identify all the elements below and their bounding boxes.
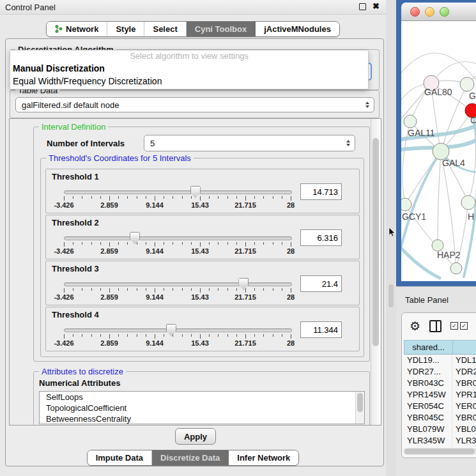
tab-network[interactable]: Network — [47, 22, 107, 36]
bottom-tab-discretize-data[interactable]: Discretize Data — [152, 450, 229, 465]
threshold-2-panel: Threshold 2-3.4262.8599.14415.4321.71528 — [45, 215, 360, 259]
table-cell[interactable]: YBR0 — [452, 412, 476, 424]
threshold-4-value-field[interactable] — [300, 321, 342, 338]
network-edge — [405, 204, 438, 245]
table-row[interactable]: YDR27...YDR2 — [404, 366, 476, 378]
table-row[interactable]: YBL079WYBL0 — [404, 424, 476, 435]
node-gcy1[interactable] — [401, 198, 411, 211]
column-header-2[interactable]: n — [453, 341, 476, 354]
algorithm-option-1[interactable]: Manual Discretization — [10, 62, 368, 75]
node-h-partial[interactable] — [461, 196, 475, 210]
table-cell[interactable]: YPR145W — [404, 389, 452, 401]
thresholds-group-title: Threshold's Coordinates for 5 Intervals — [46, 153, 194, 163]
table-row[interactable]: YBR045CYBR0 — [404, 412, 476, 424]
table-cell[interactable]: YDL19... — [404, 355, 452, 366]
attribute-item-2[interactable]: TopologicalCoefficient — [40, 403, 364, 413]
table-panel-title: Table Panel — [405, 295, 449, 305]
threshold-1-value-field[interactable] — [300, 183, 342, 200]
table-row[interactable]: YDL19...YDL1 — [404, 355, 476, 366]
node-ga-partial[interactable] — [460, 77, 474, 91]
table-cell[interactable]: YER0 — [452, 401, 476, 412]
threshold-1-slider-track[interactable] — [64, 190, 292, 194]
top-tab-bar: NetworkStyleSelectCyni ToolboxjActiveMNo… — [46, 21, 340, 37]
bottom-tab-infer-network[interactable]: Infer Network — [229, 450, 298, 465]
table-cell[interactable]: YBL0 — [452, 424, 476, 435]
threshold-2-value-field[interactable] — [300, 229, 342, 246]
tab-label: Network — [66, 24, 98, 34]
attribute-item-3[interactable]: BetweennessCentrality — [40, 413, 364, 424]
threshold-3-panel: Threshold 3-3.4262.8599.14415.4321.71528 — [45, 261, 360, 305]
table-cell[interactable]: YDR2 — [452, 366, 476, 378]
zoom-traffic-light[interactable] — [440, 7, 449, 17]
network-canvas[interactable]: GAL80GACGAL11GAL4GCY1HHAP2 — [401, 21, 476, 281]
node-label-gal4: GAL4 — [442, 158, 465, 168]
bottom-tab-bar: Impute DataDiscretize DataInfer Network — [87, 450, 300, 466]
table-row[interactable]: YPR145WYPR1 — [404, 389, 476, 401]
table-cell[interactable]: YBL079W — [404, 424, 452, 435]
network-icon — [55, 25, 63, 33]
threshold-3-slider-track[interactable] — [64, 282, 292, 286]
threshold-4-slider-track[interactable] — [64, 328, 292, 332]
close-traffic-light[interactable] — [410, 7, 420, 17]
threshold-4-panel: Threshold 4-3.4262.8599.14415.4321.71528 — [45, 307, 360, 351]
table-panel: Table Panel ⚙ ✓ ✓ shared...n YDL19...YDL… — [396, 286, 476, 476]
checkbox-icon[interactable]: ✓ — [460, 322, 468, 330]
apply-button[interactable]: Apply — [175, 428, 216, 445]
node-table-card: ⚙ ✓ ✓ shared...n YDL19...YDL1YDR27...YDR… — [401, 312, 476, 458]
network-window-titlebar — [401, 3, 476, 21]
tab-select[interactable]: Select — [144, 22, 186, 36]
tick-label: 15.43 — [191, 201, 209, 209]
table-data-combobox[interactable]: galFiltered.sif default node — [15, 97, 374, 112]
close-icon[interactable]: ✖ — [372, 3, 380, 10]
table-cell[interactable]: YBR045C — [404, 412, 452, 424]
num-intervals-combobox[interactable]: 5 — [144, 135, 355, 151]
algorithm-option-2[interactable]: Equal Width/Frequency Discretization — [10, 75, 368, 88]
columns-icon[interactable] — [429, 320, 441, 332]
node-bottom-partial[interactable] — [450, 263, 462, 274]
attribute-item-1[interactable]: SelfLoops — [40, 392, 364, 403]
threshold-3-value-field[interactable] — [300, 275, 342, 292]
scrollbar-thumb[interactable] — [372, 138, 379, 346]
float-window-icon[interactable] — [359, 3, 366, 10]
threshold-label: Threshold 4 — [52, 310, 99, 319]
threshold-2-slider-track[interactable] — [64, 236, 292, 240]
control-panel-titlebar: Control Panel ✖ — [0, 0, 386, 15]
scrollbar-thumb[interactable] — [404, 449, 475, 454]
table-cell[interactable]: YBR043C — [404, 378, 452, 389]
minimize-traffic-light[interactable] — [425, 7, 434, 17]
slider-ticks — [64, 334, 291, 339]
table-cell[interactable]: YER054C — [404, 401, 452, 412]
table-cell[interactable]: YPR1 — [452, 389, 476, 401]
table-cell[interactable]: YLR345W — [404, 435, 452, 447]
table-cell[interactable]: YDL1 — [452, 355, 476, 366]
bottom-tab-impute-data[interactable]: Impute Data — [88, 450, 152, 465]
table-row[interactable]: YLR345WYLR3 — [404, 435, 476, 447]
column-header-1[interactable]: shared... — [404, 341, 453, 354]
table-row[interactable]: YBR043CYBR0 — [404, 378, 476, 389]
table-cell[interactable]: YDR27... — [404, 366, 452, 378]
table-row[interactable]: YER054CYER0 — [404, 401, 476, 412]
table-cell[interactable]: YLR3 — [452, 435, 476, 447]
checkbox-icon[interactable]: ✓ — [450, 322, 458, 330]
gear-icon[interactable]: ⚙ — [410, 320, 420, 332]
mouse-cursor — [388, 227, 396, 238]
node-gal11[interactable] — [404, 115, 417, 128]
tab-label: Discretize Data — [160, 453, 220, 463]
table-cell[interactable]: YBR0 — [452, 378, 476, 389]
num-intervals-value: 5 — [150, 139, 155, 148]
tab-label: jActiveMNodules — [264, 24, 331, 34]
network-edge-thick — [464, 111, 476, 277]
numerical-attributes-list[interactable]: SelfLoopsTopologicalCoefficientBetweenne… — [39, 391, 365, 424]
tick-label: 21.715 — [234, 247, 256, 255]
tab-cyni-toolbox[interactable]: Cyni Toolbox — [187, 22, 256, 36]
settings-vertical-scrollbar[interactable] — [371, 119, 381, 425]
attributes-scrollbar[interactable] — [355, 392, 364, 424]
table-data-group: Table Data galFiltered.sif default node — [10, 90, 380, 118]
network-view-window: GAL80GACGAL11GAL4GCY1HHAP2 — [396, 0, 476, 286]
tab-jactivemnodules[interactable]: jActiveMNodules — [256, 22, 339, 36]
slider-tick-labels: -3.4262.8599.14415.4321.71528 — [64, 293, 291, 301]
table-horizontal-scrollbar[interactable] — [403, 448, 476, 455]
node-label-gal80: GAL80 — [424, 87, 452, 97]
divider-scrollbar-thumb[interactable] — [388, 284, 394, 307]
tab-style[interactable]: Style — [107, 22, 144, 36]
